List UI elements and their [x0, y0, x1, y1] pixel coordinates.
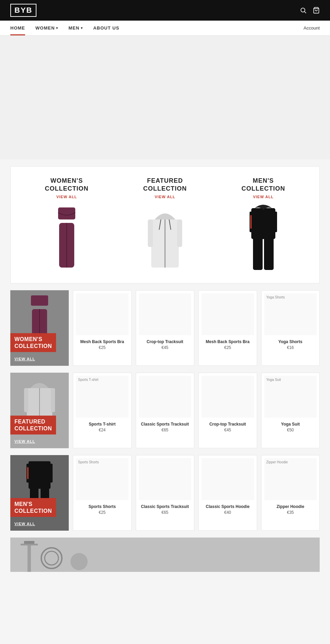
logo[interactable]: BYB [10, 4, 36, 17]
chevron-down-icon: ▾ [56, 26, 58, 30]
product-price: €35 [264, 510, 317, 515]
women-collection-title: WOMEN'SCOLLECTION [18, 177, 116, 193]
nav-account[interactable]: Account [304, 25, 320, 31]
card-viewall[interactable]: VIEW ALL [14, 357, 35, 361]
product-card[interactable]: Classic Sports Tracksuit €65 [136, 373, 195, 448]
men-collection-image [214, 204, 312, 273]
chevron-down-icon: ▾ [81, 26, 83, 30]
product-card[interactable]: Sports T-shirt Sports T-shirt €24 [73, 373, 132, 448]
product-info: Crop-top Tracksuit €45 [139, 338, 191, 351]
product-image [201, 293, 254, 335]
product-card[interactable]: Mesh Back Sports Bra €25 [198, 290, 257, 366]
bottom-image [10, 538, 320, 572]
product-card[interactable]: Crop-top Tracksuit €45 [198, 373, 257, 448]
product-card[interactable]: Mesh Back Sports Bra €25 [73, 290, 132, 366]
svg-rect-24 [51, 388, 55, 412]
cart-icon[interactable] [313, 7, 320, 14]
section-featured: FEATUREDCOLLECTION VIEW ALL Sports T-shi… [10, 373, 320, 448]
product-name: Yoga Suit [264, 422, 317, 427]
svg-rect-16 [253, 237, 263, 270]
women-collection-image [18, 204, 116, 273]
svg-rect-34 [21, 544, 38, 545]
featured-collection-title: FEATUREDCOLLECTION [116, 177, 214, 193]
product-row-featured: FEATUREDCOLLECTION VIEW ALL Sports T-shi… [10, 373, 320, 448]
men-collection-item: MEN'SCOLLECTION VIEW ALL [214, 177, 312, 273]
svg-rect-8 [148, 219, 153, 247]
product-price: €25 [201, 345, 254, 350]
product-price: €40 [201, 510, 254, 515]
card-label: FEATUREDCOLLECTION [10, 416, 56, 434]
product-card[interactable]: Crop-top Tracksuit €45 [136, 290, 195, 366]
nav-item-women[interactable]: WOMEN ▾ [35, 21, 58, 35]
hero-banner [0, 36, 330, 159]
card-viewall[interactable]: VIEW ALL [14, 439, 35, 443]
product-image-label: Sports T-shirt [78, 378, 98, 382]
featured-collection-item: FEATUREDCOLLECTION VIEW ALL [116, 177, 214, 273]
product-card[interactable]: Classic Sports Tracksuit €65 [136, 455, 195, 531]
product-card[interactable]: Yoga Suit Yoga Suit €50 [261, 373, 320, 448]
product-card[interactable]: Zipper Hoodie Zipper Hoodie €35 [261, 455, 320, 531]
product-card[interactable]: Yoga Shorts Yoga Shorts €16 [261, 290, 320, 366]
men-view-all[interactable]: VIEW ALL [214, 195, 312, 199]
collection-card-featured[interactable]: FEATUREDCOLLECTION VIEW ALL [10, 373, 69, 448]
section-men: MEN'SCOLLECTION VIEW ALL Sports Shorts S… [10, 455, 320, 531]
nav-item-about[interactable]: ABOUT US [93, 21, 119, 35]
product-price: €50 [264, 428, 317, 432]
product-name: Crop-top Tracksuit [139, 339, 191, 344]
product-image [201, 458, 254, 500]
product-image: Sports Shorts [76, 458, 129, 500]
product-price: €45 [201, 428, 254, 432]
product-row-men: MEN'SCOLLECTION VIEW ALL Sports Shorts S… [10, 455, 320, 531]
svg-rect-18 [31, 295, 48, 306]
svg-point-0 [301, 8, 305, 12]
women-view-all[interactable]: VIEW ALL [18, 195, 116, 199]
product-image [139, 458, 191, 500]
product-info: Crop-top Tracksuit €45 [201, 420, 254, 434]
product-image [201, 376, 254, 418]
nav: HOME WOMEN ▾ MEN ▾ ABOUT US Account [0, 21, 330, 36]
nav-item-men[interactable]: MEN ▾ [68, 21, 83, 35]
svg-rect-17 [264, 237, 274, 270]
product-image-label: Zipper Hoodie [266, 460, 288, 464]
product-price: €24 [76, 428, 129, 432]
product-name: Mesh Back Sports Bra [76, 339, 129, 344]
collections-banner: WOMEN'SCOLLECTION VIEW ALL FEATUREDCOLLE… [10, 166, 320, 283]
svg-rect-27 [49, 464, 53, 483]
product-image [76, 293, 129, 335]
product-name: Yoga Shorts [264, 339, 317, 344]
product-image: Sports T-shirt [76, 376, 129, 418]
product-image-label: Yoga Suit [266, 378, 281, 382]
card-viewall[interactable]: VIEW ALL [14, 522, 35, 526]
svg-rect-15 [274, 212, 277, 232]
product-name: Classic Sports Tracksuit [139, 422, 191, 427]
featured-view-all[interactable]: VIEW ALL [116, 195, 214, 199]
nav-item-home[interactable]: HOME [10, 21, 25, 35]
nav-left: HOME WOMEN ▾ MEN ▾ ABOUT US [10, 21, 119, 35]
product-info: Zipper Hoodie €35 [264, 503, 317, 516]
product-name: Classic Sports Hoodie [201, 504, 254, 509]
product-price: €65 [139, 428, 191, 432]
product-image [139, 293, 191, 335]
product-info: Sports T-shirt €24 [76, 420, 129, 434]
collection-card-women[interactable]: WOMEN'SCOLLECTION VIEW ALL [10, 290, 69, 366]
product-image-label: Sports Shorts [78, 460, 99, 464]
women-collection-item: WOMEN'SCOLLECTION VIEW ALL [18, 177, 116, 273]
product-image: Zipper Hoodie [264, 458, 317, 500]
product-name: Sports T-shirt [76, 422, 129, 427]
product-price: €25 [76, 345, 129, 350]
product-image: Yoga Shorts [264, 293, 317, 335]
section-women: WOMEN'SCOLLECTION VIEW ALL Mesh Back Spo… [10, 290, 320, 366]
product-price: €25 [76, 510, 129, 515]
header-icons [300, 7, 320, 14]
product-info: Classic Sports Tracksuit €65 [139, 503, 191, 516]
product-info: Yoga Suit €50 [264, 420, 317, 434]
product-name: Mesh Back Sports Bra [201, 339, 254, 344]
product-info: Mesh Back Sports Bra €25 [76, 338, 129, 351]
product-card[interactable]: Sports Shorts Sports Shorts €25 [73, 455, 132, 531]
collection-card-men[interactable]: MEN'SCOLLECTION VIEW ALL [10, 455, 69, 531]
search-icon[interactable] [300, 7, 307, 14]
product-info: Sports Shorts €25 [76, 503, 129, 516]
product-card[interactable]: Classic Sports Hoodie €40 [198, 455, 257, 531]
svg-rect-3 [58, 207, 75, 219]
product-name: Zipper Hoodie [264, 504, 317, 509]
